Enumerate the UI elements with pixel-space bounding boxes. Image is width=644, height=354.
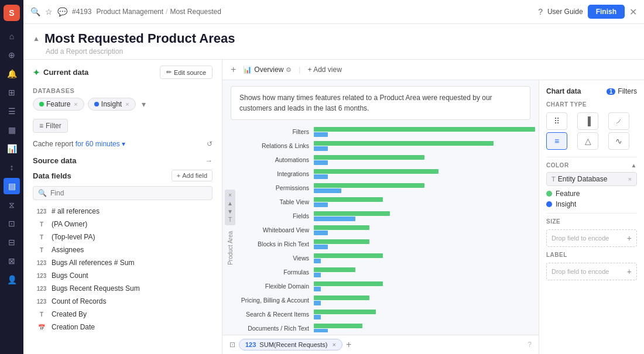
label-label: LABEL — [546, 252, 637, 258]
find-input[interactable] — [50, 189, 207, 197]
page-subtitle[interactable]: Add a Report description — [46, 47, 635, 56]
breadcrumb-path1[interactable]: Product Management — [96, 8, 163, 16]
source-data-arrow[interactable]: → — [205, 156, 213, 165]
field-item[interactable]: T(Top-level PA) — [33, 231, 213, 243]
label-drop-box[interactable]: Drop field to encode + — [546, 263, 637, 280]
help-icon[interactable]: ? — [527, 341, 532, 349]
bar-track — [314, 295, 535, 305]
edit-source-button[interactable]: ✏ Edit source — [160, 66, 213, 79]
insight-label: Insight — [101, 100, 122, 108]
legend-axes-icon[interactable]: ⊡ — [229, 341, 235, 349]
plus-view-icon[interactable]: + — [231, 64, 236, 75]
chart-tab-overview[interactable]: 📊 Overview ⚙ — [243, 66, 292, 74]
question-icon[interactable]: ? — [538, 7, 543, 16]
star-icon[interactable]: ☆ — [45, 7, 53, 16]
right-panel: + 📊 Overview ⚙ | + Add view Shows how ma… — [222, 60, 644, 354]
app-logo[interactable]: S — [4, 5, 20, 21]
label-drop-label: Drop field to encode — [551, 268, 609, 275]
cache-highlight[interactable]: for 60 minutes ▾ — [76, 140, 125, 148]
cache-refresh-icon[interactable]: ↺ — [207, 140, 213, 148]
field-type-label: 123 — [35, 298, 48, 305]
sidebar-icon-filter2[interactable]: ⧖ — [4, 197, 20, 213]
chart-type-btn-line[interactable]: ⟋ — [608, 112, 629, 130]
entity-remove-btn[interactable]: × — [628, 176, 632, 183]
search-icon[interactable]: 🔍 — [30, 7, 40, 16]
field-item[interactable]: TCreated By — [33, 308, 213, 321]
sidebar-icon-chart[interactable]: 📊 — [4, 140, 20, 157]
bar-blue — [314, 287, 321, 291]
field-item[interactable]: TAssignees — [33, 243, 213, 256]
color-chevron[interactable]: ▲ — [631, 162, 637, 169]
page-header: ▲ Most Requested Product Areas Add a Rep… — [23, 24, 644, 60]
feature-remove[interactable]: × — [74, 101, 77, 108]
field-item[interactable]: 123# all references — [33, 205, 213, 218]
sidebar-icon-notify[interactable]: 🔔 — [4, 66, 20, 82]
sidebar-icon-reports[interactable]: ▤ — [4, 178, 20, 194]
collapse-up-btn[interactable]: ▲ — [227, 200, 233, 207]
sidebar-icon-tag[interactable]: ⊡ — [4, 215, 20, 232]
size-plus-icon[interactable]: + — [627, 233, 632, 243]
insight-dot — [94, 102, 99, 106]
close-button[interactable]: ✕ — [629, 6, 637, 18]
bar-blue — [314, 132, 328, 137]
collapse-x-btn[interactable]: × — [228, 192, 232, 198]
bar-track — [314, 155, 535, 165]
sidebar-icon-rows[interactable]: ⊟ — [4, 234, 20, 250]
chart-type-btn-scatter[interactable]: ⠿ — [546, 112, 567, 130]
sidebar-icon-list[interactable]: ☰ — [4, 103, 20, 119]
chart-gear-icon[interactable]: ⚙ — [286, 66, 292, 74]
size-drop-box[interactable]: Drop field to encode + — [546, 229, 637, 247]
sidebar-icon-stack[interactable]: ⊠ — [4, 253, 20, 269]
legend-add-btn[interactable]: + — [346, 339, 351, 350]
label-plus-icon[interactable]: + — [627, 267, 632, 276]
bar-row: Integrations — [238, 168, 535, 180]
legend-remove-btn[interactable]: × — [333, 341, 336, 348]
bar-row: Formulas — [238, 266, 535, 278]
filters-button[interactable]: 1 Filters — [607, 87, 637, 95]
databases-section: Databases Feature × Insight × ▾ — [23, 83, 222, 115]
current-data-icon: ✦ — [33, 68, 40, 77]
field-item[interactable]: 📅Creation Date — [33, 321, 213, 334]
sidebar-icon-search[interactable]: ⊕ — [4, 47, 20, 63]
color-label: COLOR — [546, 162, 569, 169]
current-data-title: ✦ Current data — [33, 68, 88, 77]
field-name-label: Count of Records — [52, 297, 106, 305]
bar-row: Blocks in Rich Text — [238, 238, 535, 250]
insight-remove[interactable]: × — [125, 101, 129, 108]
chart-type-btn-bar[interactable]: ▐ — [577, 112, 598, 130]
collapse-button[interactable]: ▲ — [33, 35, 40, 43]
field-item[interactable]: 123Count of Records — [33, 295, 213, 308]
user-guide-label[interactable]: User Guide — [547, 8, 583, 16]
breadcrumb-path2[interactable]: Most Requested — [170, 8, 221, 16]
field-name-label: (PA Owner) — [52, 220, 87, 228]
bar-label: Blocks in Rich Text — [238, 240, 314, 248]
field-type-label: T — [35, 247, 48, 253]
sidebar-icon-arrow[interactable]: ↕ — [4, 159, 20, 176]
field-type-label: 123 — [35, 208, 48, 215]
bar-row: Table View — [238, 196, 535, 208]
chart-type-btn-step[interactable]: ∿ — [608, 132, 629, 150]
finish-button[interactable]: Finish — [588, 5, 625, 19]
field-item[interactable]: 123Bugs Recent Requests Sum — [33, 282, 213, 295]
collapse-t-btn[interactable]: T — [228, 216, 232, 223]
sidebar-icon-person[interactable]: 👤 — [4, 271, 20, 288]
db-dropdown-chevron[interactable]: ▾ — [142, 99, 146, 109]
chart-type-btn-hbar[interactable]: ≡ — [546, 132, 567, 150]
collapse-down-btn[interactable]: ▼ — [227, 208, 233, 215]
field-item[interactable]: T(PA Owner) — [33, 218, 213, 231]
sidebar-icon-board[interactable]: ▦ — [4, 122, 20, 138]
chart-type-btn-area[interactable]: △ — [577, 132, 598, 150]
filter-button[interactable]: ≡ Filter — [33, 119, 68, 133]
field-item[interactable]: 123Bugs Count — [33, 269, 213, 282]
field-item[interactable]: 123Bugs All references # Sum — [33, 256, 213, 269]
breadcrumb-id: #4193 — [72, 8, 91, 16]
field-type-label: 123 — [35, 286, 48, 292]
comment-icon[interactable]: 💬 — [57, 7, 67, 16]
entity-icon: T — [551, 176, 556, 183]
add-view-button[interactable]: + Add view — [307, 66, 341, 74]
add-field-button[interactable]: + Add field — [172, 170, 213, 181]
sidebar-icon-grid[interactable]: ⊞ — [4, 84, 20, 101]
left-panel: ✦ Current data ✏ Edit source Databases F — [23, 60, 222, 354]
topbar: 🔍 ☆ 💬 #4193 Product Management / Most Re… — [23, 0, 644, 24]
sidebar-icon-home[interactable]: ⌂ — [4, 28, 20, 44]
